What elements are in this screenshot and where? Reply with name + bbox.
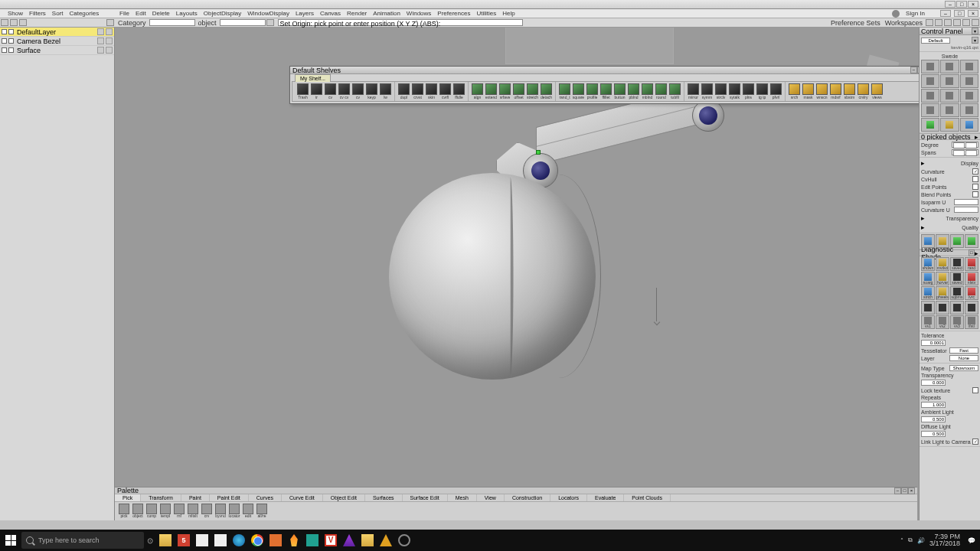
- degree-field[interactable]: [952, 142, 978, 148]
- palette-tool[interactable]: edit: [242, 504, 254, 519]
- palette-tab[interactable]: Mesh: [448, 494, 477, 501]
- shade-swatch[interactable]: [921, 301, 935, 315]
- shelf-tool[interactable]: wnscn: [815, 83, 828, 99]
- shelf-tool[interactable]: stretch: [526, 83, 539, 99]
- shelf-max[interactable]: □: [917, 67, 919, 73]
- palette-tool[interactable]: comp: [145, 504, 158, 519]
- sec-btn-4[interactable]: [953, 19, 961, 26]
- shade-swatch[interactable]: lvrc: [965, 286, 978, 300]
- menu-windows[interactable]: Windows: [403, 10, 434, 17]
- layer-lock-checkbox[interactable]: [8, 38, 14, 44]
- layer-opt[interactable]: [97, 37, 104, 44]
- shelf-tool[interactable]: button: [613, 83, 626, 99]
- shelf-tool[interactable]: round: [655, 83, 668, 99]
- transform-cell[interactable]: [960, 103, 978, 117]
- palette-tab[interactable]: Evaluate: [587, 494, 624, 501]
- shelf-tool[interactable]: pblnd: [627, 83, 640, 99]
- palette-tab[interactable]: Transform: [141, 494, 181, 501]
- transform-cell[interactable]: [940, 103, 959, 117]
- shelf-tool[interactable]: keyp: [365, 83, 378, 99]
- layer-opt[interactable]: [97, 47, 104, 54]
- palette-tab[interactable]: Paint: [181, 494, 210, 501]
- shelf-tool[interactable]: mirror: [687, 83, 700, 99]
- shelf-tool[interactable]: mdsrf: [829, 83, 842, 99]
- tb-app3[interactable]: [211, 530, 230, 551]
- layer-opt2[interactable]: [106, 28, 113, 35]
- menu-objectdisplay[interactable]: ObjectDisplay: [201, 10, 244, 17]
- tb-app4[interactable]: [266, 530, 285, 551]
- transparency-label[interactable]: Transparency: [946, 216, 978, 221]
- palette-tool[interactable]: templ: [159, 504, 172, 519]
- transform-cell[interactable]: [921, 89, 939, 103]
- shade-swatch[interactable]: [936, 301, 949, 315]
- menu-windowdisplay[interactable]: WindowDisplay: [244, 10, 292, 17]
- palette-min[interactable]: –: [894, 487, 901, 494]
- tray-chevron-icon[interactable]: ˄: [900, 537, 903, 544]
- panel-menu-show[interactable]: Show: [5, 10, 26, 17]
- palette-tool[interactable]: all/re: [256, 504, 268, 519]
- menu-help[interactable]: Help: [499, 10, 518, 17]
- shade-mode[interactable]: [921, 234, 935, 248]
- start-button[interactable]: [0, 530, 21, 551]
- category-field[interactable]: [149, 19, 195, 26]
- close-button[interactable]: ×: [968, 1, 978, 8]
- palette-tab[interactable]: Construction: [505, 494, 550, 501]
- tb-app2[interactable]: [193, 530, 211, 551]
- objlister-mini[interactable]: [1, 19, 8, 26]
- sec-btn-3[interactable]: [944, 19, 952, 26]
- shelf-tool[interactable]: plns: [742, 83, 755, 99]
- locktex-checkbox[interactable]: [972, 387, 978, 393]
- shelf-tool[interactable]: skin: [425, 83, 438, 99]
- shelf-tool[interactable]: detach: [540, 83, 553, 99]
- quality-label[interactable]: Quality: [962, 225, 978, 230]
- palette-tab[interactable]: Curve Edit: [282, 494, 323, 501]
- viewport[interactable]: Default Shelves – □ × My Shelf... Trasht…: [115, 28, 919, 520]
- shelf-tool[interactable]: pfvrl: [769, 83, 782, 99]
- palette-tab[interactable]: Surface Edit: [403, 494, 448, 501]
- palette-tab[interactable]: Pick: [115, 494, 141, 501]
- shelf-tool[interactable]: tr: [310, 83, 323, 99]
- tb-app5[interactable]: [285, 530, 303, 551]
- app-maximize[interactable]: □: [954, 10, 965, 17]
- shade-swatch[interactable]: nlstv: [965, 272, 978, 285]
- preset-menu[interactable]: ▾: [972, 37, 978, 44]
- layer-opt[interactable]: [97, 28, 104, 35]
- shade-swatch[interactable]: phwels: [936, 286, 949, 300]
- layer-select[interactable]: None: [949, 355, 978, 361]
- sec-btn-6[interactable]: [972, 19, 979, 26]
- panel-menu-sort[interactable]: Sort: [49, 10, 67, 17]
- shelf-tool[interactable]: sytalk: [728, 83, 741, 99]
- palette-tool[interactable]: rnf: [173, 504, 185, 519]
- palette-close[interactable]: ×: [908, 487, 915, 494]
- shelf-tool[interactable]: lw: [379, 83, 392, 99]
- shade-swatch[interactable]: vs2: [936, 315, 949, 329]
- shelf-tool[interactable]: ffidle: [452, 83, 466, 99]
- shade-swatch[interactable]: saved: [950, 272, 964, 285]
- palette-tool[interactable]: object: [132, 504, 144, 519]
- palette-tool[interactable]: mltslt: [187, 504, 199, 519]
- cp-opt[interactable]: ▾: [972, 28, 978, 34]
- menu-file[interactable]: File: [116, 10, 132, 17]
- tb-chrome[interactable]: [248, 530, 266, 551]
- display-label[interactable]: Display: [961, 161, 978, 166]
- diag-opt[interactable]: □: [969, 249, 975, 256]
- palette-tab[interactable]: Object Edit: [323, 494, 365, 501]
- transform-cell[interactable]: [960, 60, 978, 73]
- spans-field[interactable]: [952, 149, 978, 155]
- menu-canvas[interactable]: Canvas: [317, 10, 344, 17]
- tb-app6[interactable]: [303, 530, 322, 551]
- shelf-tool[interactable]: sbstm: [843, 83, 856, 99]
- sec-btn-a[interactable]: [266, 19, 274, 26]
- transform-cell[interactable]: [921, 118, 939, 132]
- layer-row[interactable]: DefaultLayer: [0, 28, 114, 37]
- tb-app10[interactable]: [377, 530, 395, 551]
- ambient-field[interactable]: 0.500: [921, 416, 946, 422]
- shelf-tool[interactable]: cvrfl: [439, 83, 452, 99]
- tray-network-icon[interactable]: ⧉: [908, 536, 913, 544]
- shade-swatch[interactable]: sqbrns: [950, 286, 964, 300]
- shelf-tool[interactable]: ffillet: [599, 83, 612, 99]
- palette-tab[interactable]: Curves: [249, 494, 282, 501]
- taskbar-search[interactable]: Type here to search: [21, 532, 144, 549]
- palette-tool[interactable]: crv: [201, 504, 213, 519]
- tb-app1[interactable]: 5: [175, 530, 193, 551]
